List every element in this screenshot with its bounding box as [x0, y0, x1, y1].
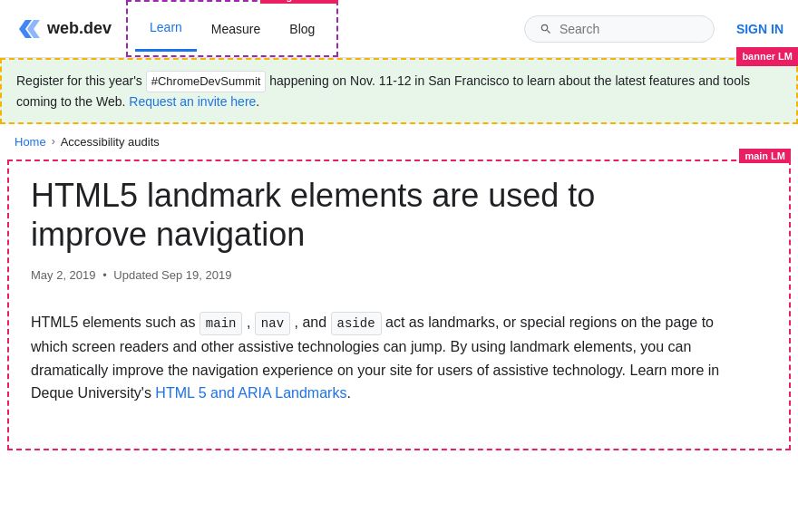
nav-item-measure[interactable]: Measure — [197, 5, 275, 52]
nav-item-blog[interactable]: Blog — [275, 22, 329, 36]
breadcrumb: Home › Accessibility audits — [0, 124, 798, 160]
article-body: HTML5 elements such as main , nav , and … — [31, 311, 720, 405]
main-navigation: navigation LM Learn Measure Blog — [126, 0, 338, 57]
search-icon — [540, 22, 552, 36]
article-updated: Updated Sep 19, 2019 — [113, 268, 231, 282]
search-box[interactable] — [524, 15, 715, 43]
search-input[interactable] — [560, 22, 699, 36]
article-title: HTML5 landmark elements are used to impr… — [31, 176, 720, 254]
code-aside: aside — [331, 312, 382, 335]
sign-in-button[interactable]: SIGN IN — [736, 22, 783, 36]
article-meta: May 2, 2019 • Updated Sep 19, 2019 — [31, 268, 767, 282]
logo-text: web.dev — [47, 19, 112, 38]
main-landmark-badge: main LM — [739, 149, 791, 163]
banner-landmark-badge: banner LM — [736, 47, 798, 66]
article-meta-separator: • — [102, 268, 107, 282]
code-nav: nav — [255, 312, 290, 335]
breadcrumb-home[interactable]: Home — [15, 135, 46, 149]
navigation-landmark-badge: navigation LM — [260, 0, 338, 4]
site-header: web.dev navigation LM Learn Measure Blog… — [0, 0, 798, 58]
logo-link[interactable]: web.dev — [15, 16, 112, 42]
banner-text-before: Register for this year's — [16, 73, 142, 88]
deque-link[interactable]: HTML 5 and ARIA Landmarks — [155, 385, 346, 401]
nav-item-learn[interactable]: Learn — [135, 5, 197, 52]
body-comma-1: , — [247, 314, 250, 330]
breadcrumb-current: Accessibility audits — [61, 135, 160, 149]
main-content: main LM HTML5 landmark elements are used… — [7, 160, 791, 451]
banner-hashtag: #ChromeDevSummit — [146, 71, 267, 92]
breadcrumb-chevron-icon: › — [52, 135, 55, 148]
banner-period: . — [256, 94, 259, 109]
body-text-1: HTML5 elements such as — [31, 314, 195, 330]
code-main: main — [200, 312, 243, 335]
announcement-banner: banner LM Register for this year's #Chro… — [0, 58, 798, 124]
body-end: . — [346, 385, 350, 401]
body-and: , and — [295, 314, 327, 330]
webdev-logo-icon — [15, 16, 40, 42]
article-paragraph-1: HTML5 elements such as main , nav , and … — [31, 311, 720, 405]
banner-invite-link[interactable]: Request an invite here — [129, 94, 256, 109]
article-date: May 2, 2019 — [31, 268, 96, 282]
